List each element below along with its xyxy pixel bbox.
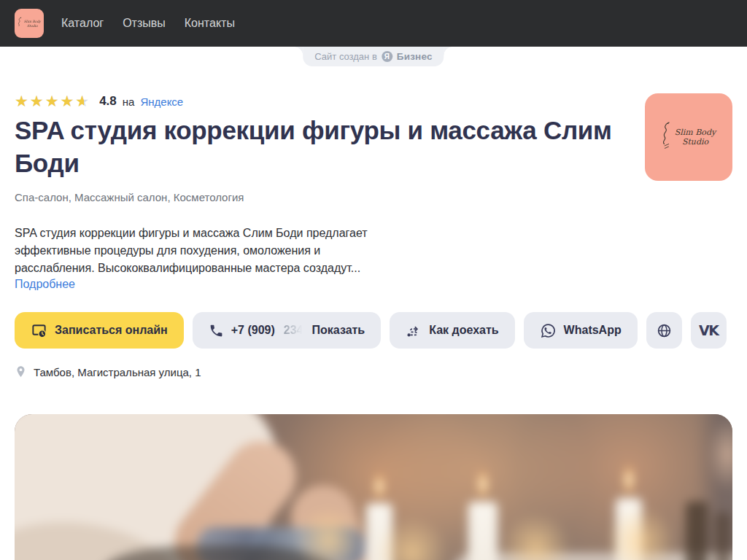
address-row: Тамбов, Магистральная улица, 1 <box>15 365 201 379</box>
route-icon <box>406 322 422 338</box>
globe-icon <box>656 322 673 339</box>
business-description: SPA студия коррекции фигуры и массажа Сл… <box>15 225 374 277</box>
nav-item-reviews[interactable]: Отзывы <box>123 17 166 30</box>
rating-block: ★★★★★ ★★★★★ 4.8 на Яндексе <box>15 93 183 110</box>
rating-score: 4.8 <box>99 94 117 109</box>
whatsapp-icon <box>540 322 557 339</box>
site-created-badge[interactable]: Сайт создан в Я Бизнес <box>303 47 444 66</box>
main-nav: Каталог Отзывы Контакты <box>61 17 235 30</box>
address-text: Тамбов, Магистральная улица, 1 <box>34 366 201 378</box>
phone-button[interactable]: +7 (909)234 Показать <box>193 312 381 349</box>
header-logo[interactable]: Slim BodyStudio <box>15 9 44 38</box>
star-rating-icon: ★★★★★ ★★★★★ <box>15 93 90 110</box>
booking-calendar-icon <box>31 322 47 339</box>
hero-photo-art <box>15 414 732 560</box>
page: Slim BodyStudio Каталог Отзывы Контакты … <box>0 0 747 560</box>
business-categories: Спа-салон, Массажный салон, Косметология <box>15 191 244 203</box>
top-navigation-bar: Slim BodyStudio Каталог Отзывы Контакты <box>0 0 747 47</box>
book-online-button[interactable]: Записаться онлайн <box>15 312 184 349</box>
hero-photo[interactable] <box>15 414 732 560</box>
yandex-rating-link[interactable]: Яндексе <box>140 96 183 108</box>
logo-script-text: Slim Body Studio <box>675 128 716 147</box>
location-pin-icon <box>15 365 27 379</box>
badge-prefix: Сайт создан в <box>314 51 377 62</box>
yandex-logo-icon: Я <box>382 51 392 62</box>
rating-connector: на <box>123 96 135 108</box>
phone-show-label: Показать <box>312 324 365 337</box>
vk-button[interactable]: VK <box>691 312 727 349</box>
nav-item-contacts[interactable]: Контакты <box>185 17 235 30</box>
candle-shape <box>468 502 498 560</box>
business-logo-card: Slim Body Studio <box>645 93 732 181</box>
logo-mini-text: Slim BodyStudio <box>24 20 41 28</box>
stars-fill-layer: ★★★★★ <box>15 93 84 110</box>
phone-number-hidden: 234 <box>284 324 303 337</box>
badge-brand: Бизнес <box>397 51 433 62</box>
more-details-link[interactable]: Подробнее <box>15 278 75 291</box>
logo-silhouette-icon <box>662 120 672 154</box>
logo-mark-icon: Slim BodyStudio <box>18 17 41 30</box>
phone-number-visible: +7 (909) <box>231 324 275 337</box>
website-button[interactable] <box>646 312 682 349</box>
directions-button[interactable]: Как доехать <box>390 312 514 349</box>
action-buttons-row: Записаться онлайн +7 (909)234 Показать К… <box>15 312 727 349</box>
page-title: SPA студия коррекции фигуры и массажа Сл… <box>15 114 627 179</box>
nav-item-catalog[interactable]: Каталог <box>61 17 104 30</box>
phone-icon <box>209 323 224 338</box>
whatsapp-button[interactable]: WhatsApp <box>524 312 638 349</box>
vk-icon: VK <box>699 322 718 338</box>
